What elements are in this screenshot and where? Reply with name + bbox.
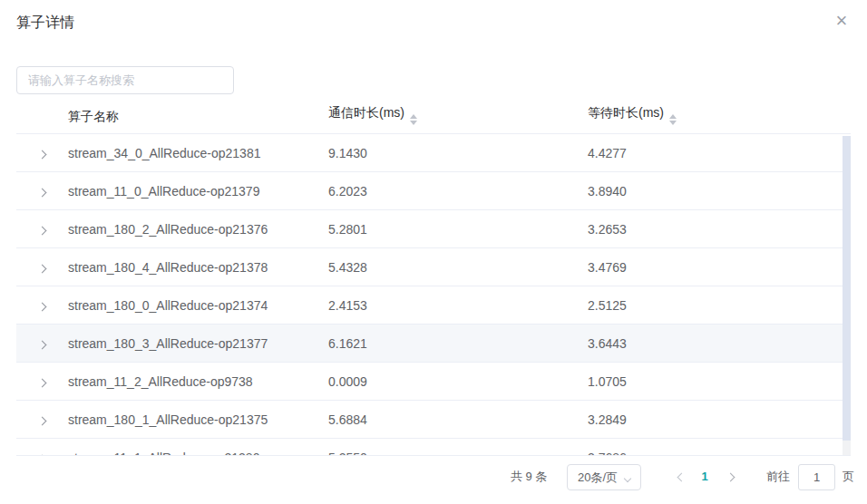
table-header-row: 算子名称 通信时长(ms) 等待时长(ms) — [16, 100, 851, 134]
chevron-right-expand-icon[interactable] — [36, 410, 48, 430]
row-comm-duration: 0.0009 — [328, 374, 588, 389]
page-title: 算子详情 — [16, 14, 74, 33]
pagination-bar: 共 9 条 20条/页 1 前往 页 — [0, 463, 867, 490]
vertical-scrollbar-thumb[interactable] — [843, 136, 851, 441]
row-operator-name: stream_180_1_AllReduce-op21375 — [68, 412, 328, 427]
row-expand-cell — [16, 257, 68, 277]
chevron-right-expand-icon[interactable] — [36, 257, 48, 277]
row-operator-name: stream_11_0_AllReduce-op21379 — [68, 184, 328, 199]
chevron-right-expand-icon[interactable] — [36, 334, 48, 354]
page-size-value: 20条/页 — [578, 470, 618, 486]
chevron-left-icon — [677, 472, 686, 481]
chevron-right-expand-icon[interactable] — [36, 372, 48, 392]
row-operator-name: stream_180_2_AllReduce-op21376 — [68, 222, 328, 237]
row-comm-duration: 5.2801 — [328, 222, 588, 237]
row-operator-name: stream_34_0_AllReduce-op21381 — [68, 146, 328, 160]
header-wait-duration: 等待时长(ms) — [588, 105, 851, 129]
table-row[interactable]: stream_34_0_AllReduce-op21381 9.1430 4.4… — [16, 134, 843, 172]
row-expand-cell — [16, 143, 68, 163]
row-expand-cell — [16, 372, 68, 392]
chevron-right-expand-icon[interactable] — [36, 143, 48, 163]
table-row[interactable]: stream_11_1_AllReduce-op21380 5.2550 3.7… — [16, 439, 843, 456]
pagination-total-count: 共 9 条 — [511, 463, 547, 490]
pagination-current-page[interactable]: 1 — [695, 463, 715, 490]
header-wait-label: 等待时长(ms) — [588, 105, 664, 120]
row-wait-duration: 3.7686 — [588, 451, 843, 457]
table-row[interactable]: stream_180_1_AllReduce-op21375 5.6884 3.… — [16, 401, 843, 439]
row-wait-duration: 3.4769 — [588, 260, 843, 275]
chevron-right-expand-icon[interactable] — [36, 296, 48, 315]
row-comm-duration: 5.2550 — [328, 451, 588, 457]
row-expand-cell — [16, 181, 68, 201]
close-icon[interactable]: × — [830, 9, 853, 33]
row-operator-name: stream_11_1_AllReduce-op21380 — [68, 451, 328, 457]
row-wait-duration: 1.0705 — [588, 374, 843, 389]
row-wait-duration: 3.8940 — [588, 184, 843, 199]
sort-icon-wait[interactable] — [669, 111, 677, 129]
table-row[interactable]: stream_11_2_AllReduce-op9738 0.0009 1.07… — [16, 363, 843, 401]
operator-details-dialog: 算子详情 × 算子名称 通信时长(ms) 等待时长(ms) stream_34_… — [0, 0, 867, 504]
vertical-scrollbar-track — [843, 441, 851, 455]
table-row[interactable]: stream_180_4_AllReduce-op21378 5.4328 3.… — [16, 248, 843, 286]
search-input[interactable] — [16, 66, 234, 94]
page-unit-label: 页 — [843, 463, 854, 490]
chevron-down-icon — [624, 474, 631, 481]
table-row[interactable]: stream_180_3_AllReduce-op21377 6.1621 3.… — [16, 325, 843, 363]
chevron-right-expand-icon[interactable] — [36, 181, 48, 201]
header-comm-label: 通信时长(ms) — [328, 105, 404, 120]
table-row[interactable]: stream_180_2_AllReduce-op21376 5.2801 3.… — [16, 210, 843, 248]
row-comm-duration: 6.1621 — [328, 336, 588, 351]
row-operator-name: stream_180_3_AllReduce-op21377 — [68, 336, 328, 351]
row-comm-duration: 5.4328 — [328, 260, 588, 275]
operator-table: 算子名称 通信时长(ms) 等待时长(ms) stream_34_0_AllRe… — [16, 100, 851, 456]
row-expand-cell — [16, 219, 68, 239]
table-body: stream_34_0_AllReduce-op21381 9.1430 4.4… — [16, 134, 851, 456]
row-expand-cell — [16, 410, 68, 430]
header-operator-name: 算子名称 — [68, 109, 328, 125]
goto-page-input[interactable] — [798, 464, 835, 490]
row-expand-cell — [16, 334, 68, 354]
chevron-right-icon — [726, 472, 735, 481]
table-row[interactable]: stream_180_0_AllReduce-op21374 2.4153 2.… — [16, 286, 843, 325]
row-wait-duration: 3.2849 — [588, 412, 843, 427]
row-wait-duration: 2.5125 — [588, 298, 843, 313]
row-expand-cell — [16, 448, 68, 457]
page-size-select[interactable]: 20条/页 — [567, 464, 641, 490]
header-comm-duration: 通信时长(ms) — [328, 105, 588, 129]
row-comm-duration: 5.6884 — [328, 412, 588, 427]
chevron-right-expand-icon[interactable] — [36, 219, 48, 239]
row-wait-duration: 3.2653 — [588, 222, 843, 237]
row-wait-duration: 3.6443 — [588, 336, 843, 351]
row-operator-name: stream_11_2_AllReduce-op9738 — [68, 374, 328, 389]
table-row[interactable]: stream_11_0_AllReduce-op21379 6.2023 3.8… — [16, 172, 843, 210]
next-page-button[interactable] — [718, 463, 742, 490]
table-body-rows: stream_34_0_AllReduce-op21381 9.1430 4.4… — [16, 134, 843, 456]
row-operator-name: stream_180_4_AllReduce-op21378 — [68, 260, 328, 275]
row-operator-name: stream_180_0_AllReduce-op21374 — [68, 298, 328, 313]
row-comm-duration: 6.2023 — [328, 184, 588, 199]
row-comm-duration: 2.4153 — [328, 298, 588, 313]
goto-page-label: 前往 — [766, 463, 790, 490]
chevron-right-expand-icon[interactable] — [36, 448, 48, 457]
previous-page-button[interactable] — [669, 463, 693, 490]
row-comm-duration: 9.1430 — [328, 146, 588, 160]
sort-icon-comm[interactable] — [410, 111, 417, 129]
row-wait-duration: 4.4277 — [588, 146, 843, 160]
row-expand-cell — [16, 296, 68, 315]
